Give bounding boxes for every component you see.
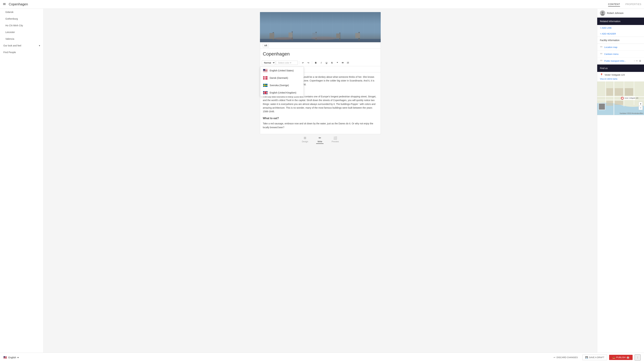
style-select[interactable]: Normal <box>262 60 275 65</box>
calendar-icon: 📅 <box>626 356 629 359</box>
avatar <box>600 10 605 16</box>
facility-section: Facility information Location map Cantee… <box>597 37 644 64</box>
tab-preview[interactable]: ⬜ Preview <box>330 135 340 144</box>
location-map-label: Location map <box>604 46 617 48</box>
publish-button[interactable]: 📤 PUBLISH 📅 <box>609 355 632 360</box>
svg-rect-26 <box>606 101 613 106</box>
link-icon-2 <box>600 52 602 56</box>
lang-label-da-dk: Dansk (Danmark) <box>270 77 288 79</box>
move-up-icon[interactable]: ↑ <box>634 59 635 62</box>
flag-dk <box>263 76 268 80</box>
lang-label-en-us: English (United States) <box>270 69 294 72</box>
bottom-actions: ↩ DISCARD CHANGES 💾 SAVE A DRAFT 📤 PUBLI… <box>551 355 641 361</box>
bottom-lang-flag <box>3 356 7 359</box>
paragraph-3: Take a red sausage, embrace now and sit … <box>263 122 378 129</box>
menu-icon[interactable] <box>3 2 6 6</box>
underline-button[interactable]: U <box>324 60 329 65</box>
chevron-down-icon: ▾ <box>18 356 18 359</box>
delete-icon[interactable]: 🗑 <box>639 59 641 62</box>
language-selector[interactable]: English ▾ <box>3 356 18 359</box>
lang-option-en-us[interactable]: English (United States) <box>260 67 304 74</box>
facility-link-location[interactable]: Location map <box>597 44 644 51</box>
visa-link[interactable]: Visa en större karta <box>597 78 644 81</box>
tab-write[interactable]: ✏ Write <box>316 135 324 144</box>
toolbar-wrapper: Normal Select color ▾ ↩ ↪ B I U S <box>260 59 380 72</box>
bold-button[interactable]: B <box>314 60 318 65</box>
blockquote-button[interactable]: ❝ <box>335 60 340 65</box>
lang-option-sv-se[interactable]: Svenska (Sverige) <box>260 82 304 89</box>
tab-properties[interactable]: PROPERTIES <box>626 2 641 6</box>
ordered-list-button[interactable] <box>346 60 350 65</box>
svg-point-14 <box>602 11 604 13</box>
map-zoom-controls: + − <box>639 102 643 110</box>
map-container[interactable]: Vester Voldgade 123 + − Kartdata ©2019 A… <box>597 81 644 115</box>
sidebar-item-hcm[interactable]: Ho Chi Minh City <box>0 22 44 29</box>
list-button[interactable] <box>340 60 345 65</box>
lang-option-en-gb[interactable]: English (United Kingdom) <box>260 89 304 96</box>
edit-icon[interactable]: ✏ <box>636 59 638 62</box>
content-area: AÄ Copenhagen Normal Select color ▾ <box>44 9 597 353</box>
facility-link-transport[interactable]: Public transport infor... ↑ ✏ 🗑 <box>597 57 644 64</box>
facility-link-actions: ↑ ✏ 🗑 <box>634 59 641 62</box>
color-placeholder: Select color <box>278 61 290 64</box>
svg-rect-23 <box>606 88 613 96</box>
color-picker[interactable]: Select color ▾ <box>276 61 298 65</box>
facility-link-canteen[interactable]: Canteen menu <box>597 51 644 57</box>
undo-button[interactable]: ↩ <box>300 60 305 65</box>
find-us-section: Find us 📍 Vester Voldgade 123 Visa en st… <box>597 64 644 115</box>
sidebar-item-leicester[interactable]: Leicester <box>0 29 44 35</box>
tab-write-label: Write <box>318 140 322 143</box>
svg-rect-8 <box>336 33 340 38</box>
strikethrough-button[interactable]: S <box>330 60 334 65</box>
paragraph-2: The city was founded in early 1100 and c… <box>263 95 378 113</box>
map-attribution: Kartdata ©2019 Användarvillkor <box>620 112 643 114</box>
discard-button[interactable]: ↩ DISCARD CHANGES <box>551 355 580 360</box>
link-icon <box>600 45 602 49</box>
redo-button[interactable]: ↪ <box>306 60 310 65</box>
transport-label: Public transport infor... <box>604 60 626 62</box>
flag-se <box>263 84 268 87</box>
separator <box>299 61 299 64</box>
topbar: Copenhagen CONTENT PROPERTIES <box>0 0 644 9</box>
lang-label-en-gb: English (United Kingdom) <box>270 91 296 94</box>
tab-design[interactable]: ⊞ Design <box>300 135 310 144</box>
lang-badge: AÄ <box>263 44 269 47</box>
page-title-input[interactable]: Copenhagen <box>260 49 380 59</box>
svg-rect-25 <box>625 88 633 96</box>
address-text: Vester Voldgade 123 <box>604 73 625 76</box>
address-row: 📍 Vester Voldgade 123 <box>597 72 644 78</box>
save-draft-button[interactable]: 💾 SAVE A DRAFT <box>582 355 607 360</box>
sidebar-item-valencia[interactable]: Valencia <box>0 35 44 42</box>
user-section: Robert Johnson <box>597 9 644 17</box>
more-options-button[interactable]: ⋮ <box>634 355 641 361</box>
find-us-header: Find us <box>597 64 644 72</box>
sidebar-item-gothenburg[interactable]: Gothenburg <box>0 15 44 22</box>
facility-header: Facility information <box>597 37 644 44</box>
heading-what-to-eat: What to eat? <box>263 116 378 120</box>
lang-label-sv-se: Svenska (Sverige) <box>270 84 289 87</box>
zoom-in-button[interactable]: + <box>639 102 643 106</box>
lang-option-da-dk[interactable]: Dansk (Danmark) <box>260 74 304 82</box>
write-icon: ✏ <box>319 136 321 140</box>
sidebar-item-gdansk[interactable]: Gdansk <box>0 9 44 15</box>
svg-rect-27 <box>615 101 623 105</box>
italic-button[interactable]: I <box>319 60 324 65</box>
add-link-button[interactable]: + ADD LINK <box>597 25 644 31</box>
tab-design-label: Design <box>302 140 308 143</box>
sidebar-item-look-and-feel[interactable]: Our look and feel ▾ <box>0 42 44 49</box>
svg-rect-4 <box>289 32 293 37</box>
page-editor: AÄ Copenhagen Normal Select color ▾ <box>260 42 381 134</box>
tab-content[interactable]: CONTENT <box>608 2 620 6</box>
preview-icon: ⬜ <box>334 136 337 140</box>
bottom-bar: English ▾ ↩ DISCARD CHANGES 💾 SAVE A DRA… <box>0 353 644 362</box>
design-icon: ⊞ <box>304 136 306 140</box>
svg-point-11 <box>274 37 293 40</box>
svg-rect-2 <box>270 33 274 39</box>
sidebar-item-find-people[interactable]: Find People <box>0 49 44 56</box>
tab-preview-label: Preview <box>332 140 339 143</box>
zoom-out-button[interactable]: − <box>639 106 643 110</box>
topbar-tabs: CONTENT PROPERTIES <box>608 2 641 6</box>
chevron-down-icon: ▾ <box>39 44 40 47</box>
add-header-button[interactable]: + ADD HEADER <box>597 31 644 37</box>
map-placeholder: Vester Voldgade 123 + − Kartdata ©2019 A… <box>597 81 644 115</box>
